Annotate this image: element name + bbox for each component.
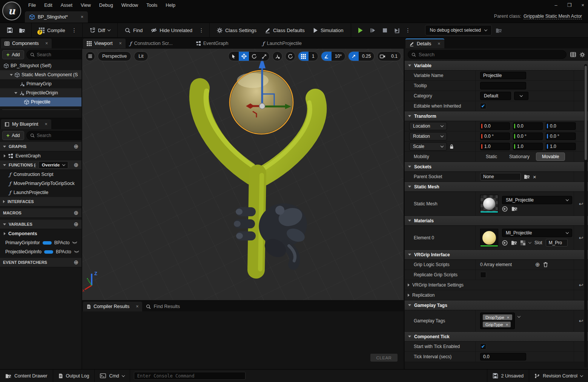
add-blueprint-item-button[interactable]: +Add — [2, 131, 24, 140]
minimize-button[interactable]: – — [555, 0, 557, 11]
reset-static-mesh-icon[interactable] — [579, 201, 583, 207]
browse-asset-button[interactable] — [17, 25, 28, 36]
unsaved-button[interactable]: 2 Unsaved — [487, 370, 529, 382]
section-transform[interactable]: Transform — [405, 111, 588, 121]
tab-components[interactable]: Components — [1, 39, 52, 48]
menu-file[interactable]: File — [24, 0, 40, 11]
tick-enabled-checkbox[interactable] — [480, 343, 486, 350]
browse-icon[interactable] — [511, 206, 517, 211]
tree-row-primarygrip[interactable]: PrimaryGrip — [0, 79, 81, 88]
select-tool-button[interactable] — [229, 52, 239, 61]
scale-x-field[interactable] — [480, 143, 510, 150]
add-component-button[interactable]: +Add — [2, 50, 24, 59]
section-interfaces[interactable]: INTERFACES — [0, 197, 81, 206]
row-vrgrip-settings[interactable]: VRGrip Interface Settings — [405, 280, 588, 290]
scale-lock-icon[interactable] — [450, 144, 454, 149]
socket-browse-icon[interactable] — [524, 174, 530, 179]
scale-tool-button[interactable] — [259, 52, 269, 61]
tooltip-input[interactable] — [480, 82, 526, 89]
tag-griptype[interactable]: GripType — [483, 322, 511, 327]
clear-array-icon[interactable] — [543, 262, 548, 267]
asset-tab-bp-slingshot[interactable]: BP_Slingshot* — [25, 11, 88, 23]
remove-tag-icon[interactable] — [507, 315, 510, 320]
close-icon[interactable] — [438, 41, 440, 46]
cmd-dropdown[interactable]: Cmd — [95, 370, 130, 382]
frame-skip-button[interactable] — [367, 25, 378, 36]
hide-unrelated-button[interactable]: Hide Unrelated — [147, 25, 196, 36]
expand-arrow-icon[interactable] — [4, 154, 6, 157]
section-graphs[interactable]: GRAPHS — [0, 142, 81, 151]
expand-arrow-icon[interactable] — [14, 92, 17, 94]
viewport-3d[interactable]: Perspective Lit 1 10° 0.25 — [82, 49, 404, 300]
debug-object-select[interactable]: No debug object selected — [425, 25, 492, 35]
replicate-checkbox[interactable] — [480, 272, 486, 278]
collapse-arrow-icon[interactable] — [3, 146, 6, 148]
item-launchprojectile[interactable]: ƒ LaunchProjectile — [0, 188, 81, 197]
revision-control-button[interactable]: Revision Control — [529, 370, 588, 382]
editable-checkbox[interactable] — [480, 103, 486, 109]
scale-snap-value[interactable]: 0.25 — [359, 52, 374, 61]
details-settings-gear-icon[interactable] — [580, 52, 585, 57]
content-drawer-button[interactable]: Content Drawer — [0, 370, 53, 382]
section-vrgrip[interactable]: VRGrip Interface — [405, 250, 588, 260]
location-x-field[interactable] — [480, 122, 510, 130]
chevron-down-icon[interactable] — [528, 240, 531, 243]
variable-projectilegripinfo[interactable]: ProjectileGripInfo BPActo — [0, 247, 81, 256]
perspective-button[interactable]: Perspective — [98, 51, 131, 61]
compile-options-kebab-icon[interactable] — [70, 27, 78, 33]
remove-tag-icon[interactable] — [506, 322, 508, 327]
collapse-arrow-icon[interactable] — [3, 164, 6, 166]
clear-button[interactable]: CLEAR — [370, 354, 398, 362]
slot-name-input[interactable] — [546, 239, 568, 246]
menu-tools[interactable]: Tools — [142, 0, 161, 11]
details-scrollbar[interactable] — [584, 64, 587, 368]
mobility-stationary[interactable]: Stationary — [504, 153, 535, 160]
variable-group-components[interactable]: Components — [0, 229, 81, 238]
section-component-tick[interactable]: Component Tick — [405, 332, 588, 342]
debug-browse-button[interactable] — [493, 25, 504, 36]
section-static-mesh[interactable]: Static Mesh — [405, 182, 588, 192]
scale-dropdown[interactable]: Scale — [409, 142, 447, 151]
gameplay-tags-container[interactable]: DropType GripType — [480, 313, 515, 329]
tab-compiler-results[interactable]: Compiler Results — [83, 302, 142, 311]
tab-eventgraph[interactable]: EventGraph — [192, 39, 258, 48]
stop-button[interactable] — [380, 25, 390, 36]
scale-y-field[interactable] — [513, 143, 543, 150]
variable-primarygripinfo[interactable]: PrimaryGripInfor BPActo — [0, 238, 81, 247]
details-search-input[interactable] — [419, 52, 563, 57]
close-window-button[interactable] — [581, 0, 584, 11]
rotation-dropdown[interactable]: Rotation — [409, 132, 447, 140]
diff-button[interactable]: Diff — [86, 25, 114, 36]
display-filter-icon[interactable] — [570, 52, 576, 57]
item-eventgraph[interactable]: EventGraph — [0, 151, 81, 160]
section-gameplay-tags[interactable]: Gameplay Tags — [405, 300, 588, 310]
expand-arrow-icon[interactable] — [10, 74, 13, 76]
collapse-arrow-icon[interactable] — [3, 223, 6, 225]
tab-construction-script[interactable]: ƒ Construction Scr... — [126, 39, 192, 48]
expand-arrow-icon[interactable] — [408, 283, 410, 286]
section-sockets[interactable]: Sockets — [405, 162, 588, 172]
eye-closed-icon[interactable] — [72, 241, 77, 244]
rotation-snap-button[interactable] — [321, 52, 332, 61]
scale-z-field[interactable] — [546, 143, 576, 150]
tab-details[interactable]: Details — [405, 39, 444, 48]
tick-interval-input[interactable] — [480, 353, 526, 360]
mobility-movable[interactable]: Movable — [536, 152, 565, 161]
console-command-input[interactable] — [134, 372, 246, 380]
close-tab-icon[interactable] — [81, 14, 83, 20]
menu-view[interactable]: View — [77, 0, 95, 11]
menu-window[interactable]: Window — [117, 0, 142, 11]
row-replication[interactable]: Replication — [405, 290, 588, 300]
tree-row-bp-slingshot[interactable]: BP_Slingshot (Self) — [0, 61, 81, 70]
section-variable[interactable]: Variable — [405, 61, 588, 71]
tree-row-projectileorigin[interactable]: ProjectileOrigin — [0, 88, 81, 97]
section-event-dispatchers[interactable]: EVENT DISPATCHERS — [0, 258, 81, 267]
reset-tags-icon[interactable] — [579, 318, 583, 324]
section-materials[interactable]: Materials — [405, 216, 588, 226]
rotation-x-field[interactable] — [480, 132, 510, 140]
parent-socket-value[interactable]: None — [480, 173, 521, 180]
tab-launchprojectile[interactable]: ƒ LaunchProjectile — [259, 39, 327, 48]
close-icon[interactable] — [119, 41, 121, 46]
section-functions[interactable]: FUNCTIONS (46 Override — [0, 160, 81, 170]
section-variables[interactable]: VARIABLES — [0, 220, 81, 229]
